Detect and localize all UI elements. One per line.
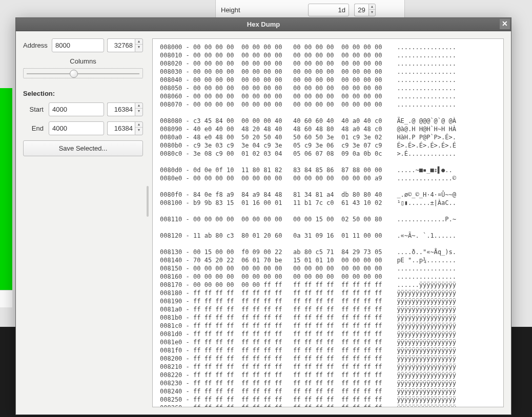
- height-panel: Height ▲ ▼: [215, 0, 405, 19]
- address-hex-input[interactable]: [52, 38, 104, 52]
- start-hex-input[interactable]: [49, 102, 104, 116]
- height-value-input[interactable]: [308, 4, 349, 16]
- start-dec-input[interactable]: [107, 102, 135, 116]
- splitter-handle[interactable]: [146, 38, 149, 407]
- hex-dump-text[interactable]: 008000 - 00 00 00 00 00 00 00 00 00 00 0…: [160, 43, 503, 407]
- bg-green-strip: [0, 88, 12, 290]
- end-dec-input[interactable]: [107, 121, 135, 135]
- end-spin-down-icon[interactable]: ▼: [135, 128, 142, 133]
- hex-view-scroll[interactable]: 008000 - 00 00 00 00 00 00 00 00 00 00 0…: [153, 39, 503, 407]
- save-selected-button[interactable]: Save Selected...: [23, 140, 143, 156]
- hex-dump-window: Hex Dump ✕ Address ▲ ▼ Columns Selection…: [15, 17, 511, 415]
- height-spinner-value[interactable]: [354, 4, 369, 16]
- start-spin-down-icon[interactable]: ▼: [135, 109, 142, 114]
- address-spin-down-icon[interactable]: ▼: [135, 45, 142, 50]
- bg-light-strip: [0, 290, 12, 307]
- close-icon[interactable]: ✕: [500, 19, 510, 29]
- height-spinner[interactable]: ▲ ▼: [354, 4, 376, 16]
- height-label: Height: [221, 6, 303, 14]
- columns-label: Columns: [23, 57, 143, 65]
- address-spin-up-icon[interactable]: ▲: [135, 39, 142, 45]
- end-spin-up-icon[interactable]: ▲: [135, 122, 142, 128]
- titlebar[interactable]: Hex Dump ✕: [16, 18, 511, 31]
- start-label: Start: [23, 106, 46, 113]
- start-spin-up-icon[interactable]: ▲: [135, 103, 142, 109]
- address-dec-input[interactable]: [107, 38, 135, 52]
- height-spin-up-icon[interactable]: ▲: [369, 4, 375, 10]
- columns-slider[interactable]: [23, 68, 143, 78]
- controls-pane: Address ▲ ▼ Columns Selection: Start: [23, 38, 143, 407]
- window-title: Hex Dump: [247, 20, 280, 28]
- height-spin-down-icon[interactable]: ▼: [369, 10, 375, 15]
- hex-view: 008000 - 00 00 00 00 00 00 00 00 00 00 0…: [152, 38, 504, 407]
- end-label: End: [23, 124, 46, 132]
- end-hex-input[interactable]: [49, 121, 104, 135]
- selection-heading: Selection:: [23, 90, 143, 97]
- columns-slider-thumb[interactable]: [70, 70, 78, 78]
- address-label: Address: [23, 41, 49, 49]
